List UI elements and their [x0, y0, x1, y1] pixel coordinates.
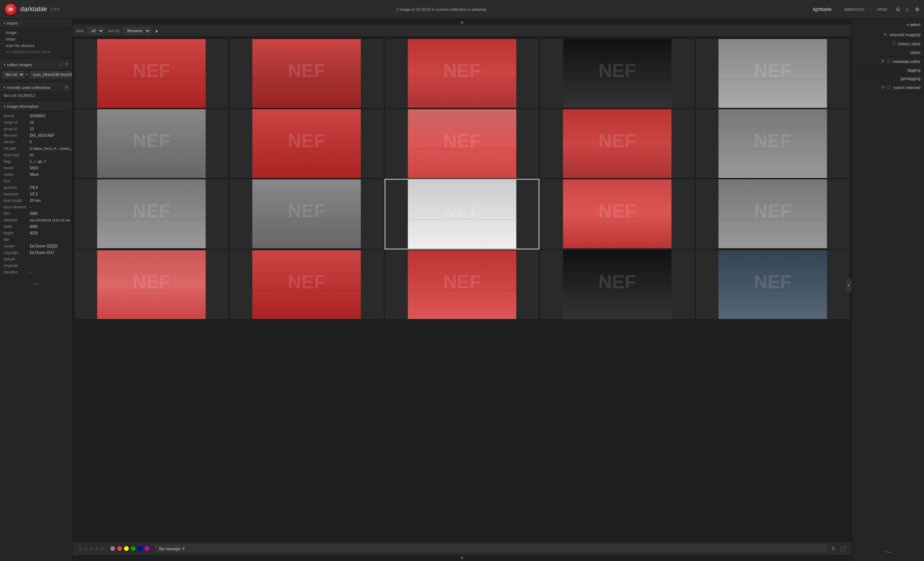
collect-gear-icon[interactable]: ⚙ — [65, 62, 68, 67]
export-gear-icon: ⚙ — [881, 85, 885, 90]
tagging-section[interactable]: tagging — [852, 66, 924, 75]
right-expand-btn[interactable]: ◂ — [906, 22, 909, 27]
svg-text:NEF: NEF — [598, 200, 636, 221]
app-icon: dt — [4, 3, 17, 16]
collect-row: film roll ▾ icron_24mmX35.9mm\20180812 ▾ — [0, 70, 72, 80]
history-stack-section[interactable]: ⓘ history stack — [852, 39, 924, 48]
app-version: 2.4.4 — [51, 7, 58, 11]
collect-section-header[interactable]: ▾ collect images ⓘ ⚙ — [0, 60, 72, 70]
import-folder[interactable]: folder — [3, 36, 69, 42]
svg-text:NEF: NEF — [443, 130, 481, 151]
tagging-label: tagging — [908, 68, 920, 72]
styles-section[interactable]: styles — [852, 48, 924, 57]
star-5[interactable]: ☆ — [100, 546, 105, 552]
history-stack-icon: ⓘ — [892, 41, 896, 46]
metadata-editor-info-icon: ⓘ — [887, 58, 891, 64]
top-nav: lighttable | darkroom | other — [809, 5, 891, 14]
right-top: ◂ select — [852, 19, 924, 30]
recently-used-gear-icon[interactable]: ⚙ — [65, 85, 68, 90]
svg-text:NEF: NEF — [754, 271, 791, 292]
photo-cell-4[interactable]: NEF — [540, 38, 695, 108]
film-roll-value-select[interactable]: icron_24mmX35.9mm\20180812 — [30, 71, 72, 78]
svg-text:NEF: NEF — [133, 130, 170, 151]
settings-icon[interactable]: ⚙ — [915, 6, 920, 12]
app-title: darktable — [20, 5, 47, 13]
photo-cell-16[interactable]: NEF — [74, 250, 229, 320]
import-scan[interactable]: scan for devices — [3, 42, 69, 49]
info-width: width6080 — [4, 224, 72, 230]
nav-darkroom[interactable]: darkroom — [841, 5, 868, 14]
info-copyright: copyrightEd Dozier 2017 — [4, 250, 72, 256]
info-maker: makerNikon — [4, 172, 72, 178]
color-dot-green[interactable] — [131, 546, 136, 551]
bottom-bar: ☆ ☆ ☆ ☆ ☆ file manager ▾ 5 ⬚ — [72, 542, 852, 555]
recently-used-item[interactable]: film roll 20180812 — [0, 92, 72, 99]
recently-used-arrow: ▾ — [4, 86, 5, 89]
color-dot-blue[interactable] — [138, 546, 142, 551]
film-roll-select[interactable]: film roll — [2, 71, 25, 78]
info-iso: ISO2000 — [4, 211, 72, 217]
info-creator: creatorEd Dozier — [4, 243, 72, 249]
star-1[interactable]: ☆ — [78, 546, 83, 552]
photo-cell-2[interactable]: NEF — [229, 38, 384, 108]
photo-cell-14[interactable]: NEF — [540, 178, 695, 250]
image-info-header[interactable]: ▾ image information — [0, 102, 72, 111]
recently-used-header[interactable]: ▾ recently used collections ⚙ — [0, 83, 72, 92]
svg-text:NEF: NEF — [288, 271, 326, 292]
photo-cell-5[interactable]: NEF — [695, 38, 850, 108]
selected-images-icon: ⚙ — [884, 32, 887, 37]
nav-lighttable[interactable]: lighttable — [809, 5, 836, 14]
no-devices-found: no supported devices found — [3, 49, 69, 55]
collect-down-icon: ▾ — [26, 72, 28, 77]
photo-cell-13[interactable]: NEF — [384, 178, 540, 250]
collect-label: collect images — [7, 63, 57, 67]
star-3[interactable]: ☆ — [89, 546, 94, 552]
image-info-content: filmroll20180812 image id13 group id13 f… — [0, 111, 72, 278]
selected-images-section[interactable]: ⚙ selected image[s] — [852, 30, 924, 39]
photo-cell-20[interactable]: NEF — [695, 250, 850, 320]
import-image[interactable]: image — [3, 29, 69, 36]
photo-cell-1[interactable]: NEF — [74, 38, 229, 108]
photo-cell-6[interactable]: NEF — [74, 108, 229, 178]
identity-icon[interactable]: G — [896, 6, 900, 12]
photo-cell-15[interactable]: NEF — [695, 178, 850, 250]
photo-grid: NEFNEFNEFNEFNEFNEFNEFNEFNEFNEFNEFNEFNEFN… — [72, 37, 852, 542]
color-dot-purple[interactable] — [145, 546, 149, 551]
star-rating[interactable]: ☆ ☆ ☆ ☆ ☆ — [78, 546, 105, 552]
color-dot-red[interactable] — [117, 546, 122, 551]
sort-direction-asc[interactable]: ▲ — [154, 28, 159, 33]
photo-cell-3[interactable]: NEF — [384, 38, 540, 108]
photo-cell-11[interactable]: NEF — [74, 178, 229, 250]
photo-cell-12[interactable]: NEF — [229, 178, 384, 250]
nav-other[interactable]: other — [873, 5, 891, 14]
scroll-up-arrow[interactable]: ▲ — [72, 19, 852, 25]
recently-used-label: recently used collections — [7, 86, 63, 90]
info-full-path: full pathD:\Nikon_D610_Pi...12\D61_6024.… — [4, 146, 72, 152]
svg-text:NEF: NEF — [443, 60, 481, 81]
star-icon[interactable]: ☆ — [905, 6, 910, 12]
metadata-editor-section[interactable]: ⚙ ⓘ metadata editor — [852, 57, 924, 66]
photo-cell-9[interactable]: NEF — [540, 108, 695, 178]
color-dot-yellow[interactable] — [124, 546, 129, 551]
export-selected-section[interactable]: ⚙ ⓘ export selected — [852, 83, 924, 92]
photo-cell-7[interactable]: NEF — [229, 108, 384, 178]
info-lens: lens — [4, 178, 72, 184]
color-dot-gray[interactable] — [110, 546, 115, 551]
monitor-icon[interactable]: ⬚ — [840, 545, 846, 552]
photo-cell-8[interactable]: NEF — [384, 108, 540, 178]
file-manager-button[interactable]: file manager ▾ — [155, 545, 826, 552]
view-select[interactable]: all — [87, 27, 104, 34]
photo-cell-18[interactable]: NEF — [384, 250, 540, 320]
sort-select[interactable]: filename — [123, 27, 151, 34]
collect-info-icon[interactable]: ⓘ — [59, 62, 63, 67]
star-2[interactable]: ☆ — [84, 546, 88, 552]
star-4[interactable]: ☆ — [94, 546, 99, 552]
geotagging-section[interactable]: geotagging — [852, 75, 924, 83]
scroll-down-arrow[interactable]: ▼ — [72, 555, 852, 561]
photo-cell-10[interactable]: NEF — [695, 108, 850, 178]
import-section-header[interactable]: ▾ import — [0, 19, 72, 28]
metadata-editor-gear-icon: ⚙ — [881, 59, 885, 64]
info-datetime: datetimeSun 8/12/2018 10:51:24 AM — [4, 218, 72, 223]
photo-cell-19[interactable]: NEF — [540, 250, 695, 320]
photo-cell-17[interactable]: NEF — [229, 250, 384, 320]
